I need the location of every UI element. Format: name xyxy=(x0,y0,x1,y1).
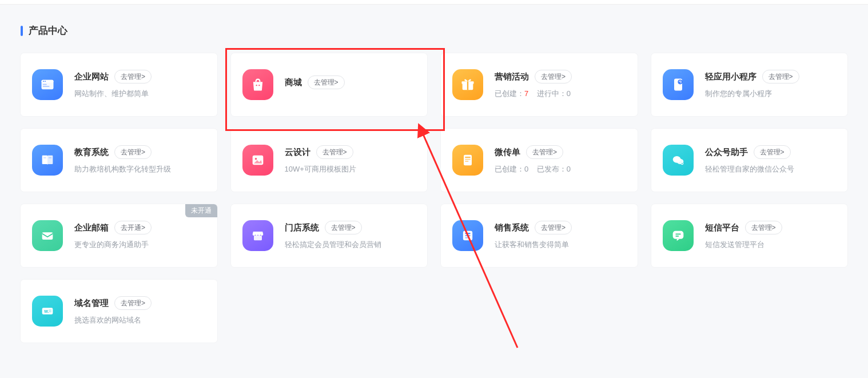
card-title: 商城 xyxy=(285,77,302,88)
card-desc: 让获客和销售变得简单 xyxy=(495,239,626,250)
card-title: 域名管理 xyxy=(74,298,109,309)
list-icon xyxy=(452,220,483,251)
card-design[interactable]: 云设计 去管理> 10W+可商用模板图片 xyxy=(231,129,428,192)
stats-created-label: 已创建： xyxy=(495,165,524,173)
svg-point-3 xyxy=(45,81,46,82)
manage-button[interactable]: 去管理> xyxy=(114,145,152,159)
card-mall[interactable]: 商城 去管理> xyxy=(231,53,428,116)
card-domain[interactable]: W. 域名管理 去管理> 挑选喜欢的网站域名 xyxy=(21,280,217,343)
card-title: 微传单 xyxy=(495,147,520,158)
svg-point-16 xyxy=(254,158,257,160)
svg-point-7 xyxy=(258,85,260,86)
card-stats: 已创建：0 已发布：0 xyxy=(495,164,626,175)
card-desc: 10W+可商用模板图片 xyxy=(285,164,416,175)
shopping-bag-icon xyxy=(242,69,273,100)
manage-button[interactable]: 去管理> xyxy=(308,75,345,89)
manage-button[interactable]: 去管理> xyxy=(535,70,572,83)
svg-rect-35 xyxy=(49,310,51,311)
svg-rect-14 xyxy=(49,157,51,158)
section-title: 产品中心 xyxy=(21,24,847,37)
card-title: 门店系统 xyxy=(285,222,319,233)
stats-created-label: 已创建： xyxy=(495,89,524,98)
svg-rect-30 xyxy=(672,231,683,239)
open-button[interactable]: 去开通> xyxy=(114,221,152,234)
svg-text:W.: W. xyxy=(44,309,49,313)
card-sales[interactable]: 销售系统 去管理> 让获客和销售变得简单 xyxy=(441,204,638,267)
book-icon xyxy=(32,145,63,176)
accent-bar xyxy=(21,26,23,36)
card-desc: 助力教培机构数字化转型升级 xyxy=(74,164,206,175)
svg-rect-17 xyxy=(464,155,472,166)
manage-button[interactable]: 去管理> xyxy=(762,70,799,83)
domain-icon: W. xyxy=(32,296,63,327)
gift-icon xyxy=(452,69,483,100)
card-title: 轻应用小程序 xyxy=(705,71,756,82)
svg-rect-36 xyxy=(49,312,51,312)
card-title: 企业网站 xyxy=(74,71,109,82)
svg-rect-24 xyxy=(42,232,53,240)
card-desc: 轻松搞定会员管理和会员营销 xyxy=(285,239,416,250)
card-website[interactable]: 企业网站 去管理> 网站制作、维护都简单 xyxy=(21,53,217,116)
svg-rect-18 xyxy=(465,157,470,158)
svg-point-12 xyxy=(678,79,682,84)
chat-icon xyxy=(663,220,694,251)
top-divider xyxy=(0,0,868,5)
flyer-icon xyxy=(452,145,483,176)
svg-rect-4 xyxy=(43,84,47,85)
stats-pub-label: 已发布： xyxy=(537,165,567,173)
section-title-text: 产品中心 xyxy=(29,24,67,37)
svg-rect-25 xyxy=(254,236,262,240)
card-title: 云设计 xyxy=(285,147,310,158)
website-icon xyxy=(32,69,63,100)
product-center-section: 产品中心 企业网站 去管理> 网站制作、维护都简单 商城 xyxy=(0,5,868,343)
card-miniprogram[interactable]: 轻应用小程序 去管理> 制作您的专属小程序 xyxy=(651,53,848,116)
stats-running-val: 0 xyxy=(567,89,571,98)
svg-rect-19 xyxy=(465,159,470,160)
card-title: 销售系统 xyxy=(495,222,529,233)
card-desc: 短信发送管理平台 xyxy=(705,239,837,250)
card-title: 教育系统 xyxy=(74,147,109,158)
card-desc: 制作您的专属小程序 xyxy=(705,88,837,100)
svg-point-2 xyxy=(43,81,44,82)
svg-rect-13 xyxy=(43,157,46,158)
unopened-badge: 未开通 xyxy=(185,204,217,217)
svg-rect-10 xyxy=(467,81,468,90)
manage-button[interactable]: 去管理> xyxy=(754,145,791,159)
card-title: 企业邮箱 xyxy=(74,222,109,233)
svg-rect-29 xyxy=(465,237,468,238)
svg-rect-20 xyxy=(465,161,468,162)
manage-button[interactable]: 去管理> xyxy=(316,145,353,159)
card-desc: 挑选喜欢的网站域名 xyxy=(74,315,206,326)
card-title: 短信平台 xyxy=(705,222,739,233)
card-title: 营销活动 xyxy=(495,71,529,82)
store-icon xyxy=(242,220,273,251)
manage-button[interactable]: 去管理> xyxy=(535,221,572,234)
image-icon xyxy=(242,145,273,176)
stats-running-label: 进行中： xyxy=(537,89,567,98)
wechat-icon xyxy=(663,145,694,176)
card-desc: 网站制作、维护都简单 xyxy=(74,88,206,100)
manage-button[interactable]: 去管理> xyxy=(114,296,152,310)
manage-button[interactable]: 去管理> xyxy=(114,70,152,83)
manage-button[interactable]: 去管理> xyxy=(745,221,782,234)
card-store[interactable]: 门店系统 去管理> 轻松搞定会员管理和会员营销 xyxy=(231,204,428,267)
manage-button[interactable]: 去管理> xyxy=(325,221,362,234)
card-mail[interactable]: 未开通 企业邮箱 去开通> 更专业的商务沟通助手 xyxy=(21,204,217,267)
card-flyer[interactable]: 微传单 去管理> 已创建：0 已发布：0 xyxy=(441,129,638,192)
card-marketing[interactable]: 营销活动 去管理> 已创建：7 进行中：0 xyxy=(441,53,638,116)
card-wechat[interactable]: 公众号助手 去管理> 轻松管理自家的微信公众号 xyxy=(651,129,848,192)
manage-button[interactable]: 去管理> xyxy=(526,145,563,159)
stats-created-val: 7 xyxy=(524,89,528,98)
card-desc: 更专业的商务沟通助手 xyxy=(74,239,206,250)
card-sms[interactable]: 短信平台 去管理> 短信发送管理平台 xyxy=(651,204,848,267)
svg-rect-31 xyxy=(675,234,680,235)
svg-rect-5 xyxy=(43,86,50,87)
card-title: 公众号助手 xyxy=(705,147,748,158)
svg-rect-27 xyxy=(465,233,470,234)
product-grid: 企业网站 去管理> 网站制作、维护都简单 商城 去管理> xyxy=(21,53,847,343)
card-education[interactable]: 教育系统 去管理> 助力教培机构数字化转型升级 xyxy=(21,129,217,192)
svg-rect-28 xyxy=(465,235,470,236)
stats-created-val: 0 xyxy=(524,165,528,173)
stats-pub-val: 0 xyxy=(567,165,571,173)
svg-point-6 xyxy=(256,85,257,86)
